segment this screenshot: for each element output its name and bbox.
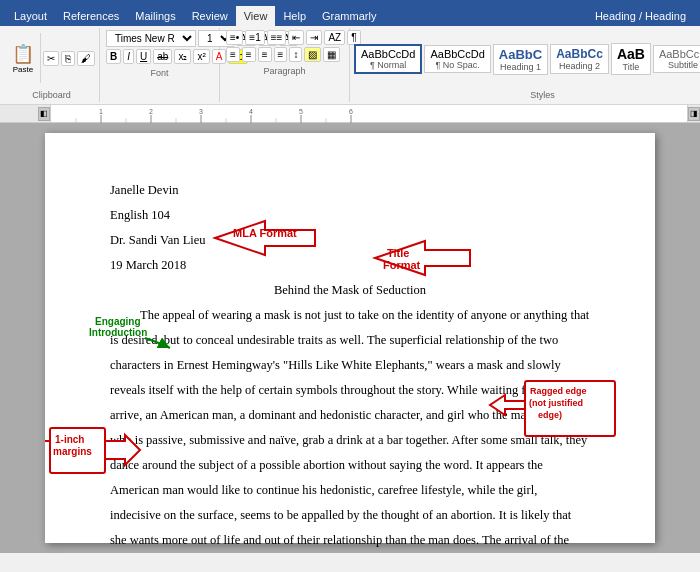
paste-button[interactable]: 📋 Paste <box>8 41 38 76</box>
italic-button[interactable]: I <box>123 49 134 64</box>
svg-text:6: 6 <box>349 108 353 115</box>
format-painter-button[interactable]: 🖌 <box>77 51 95 66</box>
svg-text:1-inch: 1-inch <box>55 434 84 445</box>
subscript-button[interactable]: x₂ <box>174 49 191 64</box>
tab-help[interactable]: Help <box>275 6 314 26</box>
paragraph-label: Paragraph <box>226 64 343 76</box>
doc-date: 19 March 2018 <box>110 253 590 278</box>
clipboard-label: Clipboard <box>8 88 95 100</box>
sort-button[interactable]: AZ <box>324 30 345 45</box>
font-group: 📋 Paste ✂ ⎘ 🖌 Clipboard <box>4 28 100 102</box>
tab-mailings[interactable]: Mailings <box>127 6 183 26</box>
doc-body[interactable]: The appeal of wearing a mask is not just… <box>110 303 590 553</box>
ribbon-content: 📋 Paste ✂ ⎘ 🖌 Clipboard Times New Roman <box>0 26 700 105</box>
ribbon-tabs-bar: Layout References Mailings Review View H… <box>0 0 700 26</box>
styles-label: Styles <box>354 88 700 100</box>
font-group-2: Times New Roman 12 A↑ A↓ Aₓ B I U ab x₂ … <box>100 28 220 102</box>
svg-rect-25 <box>50 428 105 473</box>
doc-page: Janelle Devin English 104 Dr. Sandi Van … <box>45 133 655 543</box>
underline-button[interactable]: U <box>136 49 151 64</box>
font-name-selector[interactable]: Times New Roman <box>106 30 196 47</box>
tab-references[interactable]: References <box>55 6 127 26</box>
heading-breadcrumb: Heading / Heading <box>587 6 694 26</box>
decrease-indent-button[interactable]: ⇤ <box>288 30 304 45</box>
bold-button[interactable]: B <box>106 49 121 64</box>
cut-button[interactable]: ✂ <box>43 51 59 66</box>
align-left-button[interactable]: ≡ <box>226 47 240 62</box>
svg-text:1: 1 <box>99 108 103 115</box>
professor-name: Dr. Sandi Van Lieu <box>110 228 590 253</box>
increase-indent-button[interactable]: ⇥ <box>306 30 322 45</box>
bullets-button[interactable]: ≡• <box>226 30 243 45</box>
shading-button[interactable]: ▨ <box>304 47 321 62</box>
strikethrough-button[interactable]: ab <box>153 49 172 64</box>
copy-button[interactable]: ⎘ <box>61 51 75 66</box>
multilevel-button[interactable]: ≡≡ <box>267 30 287 45</box>
doc-area: Janelle Devin English 104 Dr. Sandi Van … <box>0 123 700 553</box>
style-heading2[interactable]: AaBbCc Heading 2 <box>550 44 609 74</box>
doc-title: Behind the Mask of Seduction <box>110 278 590 303</box>
styles-group: AaBbCcDd ¶ Normal AaBbCcDd ¶ No Spac. Aa… <box>350 28 700 102</box>
align-right-button[interactable]: ≡ <box>258 47 272 62</box>
align-center-button[interactable]: ≡ <box>242 47 256 62</box>
tab-view[interactable]: View <box>236 6 276 26</box>
class-name: English 104 <box>110 203 590 228</box>
ruler: ◧ 1 2 3 4 5 6 ◨ <box>0 105 700 123</box>
style-title[interactable]: AaB Title <box>611 43 651 75</box>
paragraph-group: ≡• ≡1 ≡≡ ⇤ ⇥ AZ ¶ ≡ ≡ ≡ ≡ ↕ ▨ ▦ Paragrap… <box>220 28 350 102</box>
author-name: Janelle Devin <box>110 178 590 203</box>
font-label: Font <box>106 66 213 78</box>
line-spacing-button[interactable]: ↕ <box>289 47 302 62</box>
tab-grammarly[interactable]: Grammarly <box>314 6 384 26</box>
style-normal[interactable]: AaBbCcDd ¶ Normal <box>354 44 422 74</box>
body-para-1: The appeal of wearing a mask is not just… <box>110 303 590 553</box>
borders-button[interactable]: ▦ <box>323 47 340 62</box>
svg-text:3: 3 <box>199 108 203 115</box>
style-subtitle[interactable]: AaBbCcD Subtitle <box>653 45 700 73</box>
svg-text:4: 4 <box>249 108 253 115</box>
svg-text:margins: margins <box>53 446 92 457</box>
numbering-button[interactable]: ≡1 <box>245 30 264 45</box>
svg-text:2: 2 <box>149 108 153 115</box>
tab-layout[interactable]: Layout <box>6 6 55 26</box>
justify-button[interactable]: ≡ <box>274 47 288 62</box>
tab-review[interactable]: Review <box>184 6 236 26</box>
svg-text:5: 5 <box>299 108 303 115</box>
doc-header: Janelle Devin English 104 Dr. Sandi Van … <box>110 178 590 278</box>
superscript-button[interactable]: x² <box>193 49 209 64</box>
style-heading1[interactable]: AaBbC Heading 1 <box>493 44 548 75</box>
style-no-space[interactable]: AaBbCcDd ¶ No Spac. <box>424 45 490 73</box>
